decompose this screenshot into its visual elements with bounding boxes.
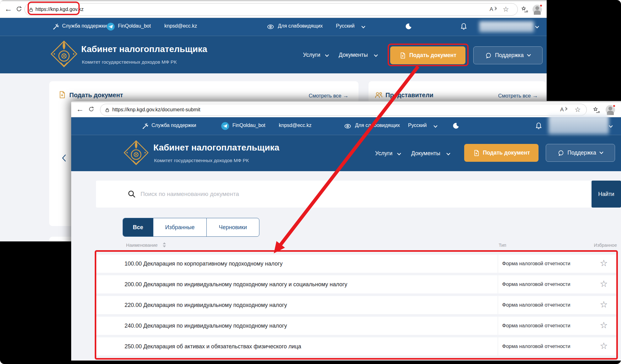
site-utility-bar: Служба поддержки FinQoldau_bot knpsd@ecc…: [0, 18, 547, 36]
lock-icon: [29, 7, 34, 12]
column-divider: [498, 296, 498, 314]
user-name-redacted[interactable]: [479, 21, 534, 32]
support-email[interactable]: knpsd@ecc.kz: [279, 123, 311, 128]
read-aloud-icon[interactable]: A: [560, 107, 564, 113]
site-header: Кабинет налогоплательщика Комитет госуда…: [71, 135, 621, 171]
read-aloud-waves-icon: [494, 6, 498, 11]
address-bar[interactable]: https://knp.kgd.gov.kz/document-submit A…: [100, 104, 587, 116]
table-row[interactable]: 200.00 Декларация по индивидуальному под…: [96, 275, 617, 293]
favorite-star-icon[interactable]: ☆: [597, 255, 611, 272]
submit-document-button[interactable]: Подать документ: [390, 46, 465, 64]
column-header-favorite: Избранное: [573, 243, 617, 248]
tab-favorites[interactable]: Избранные: [153, 218, 206, 236]
nav-services[interactable]: Услуги: [375, 150, 392, 157]
favorite-star-icon[interactable]: ☆: [597, 317, 611, 334]
reload-button[interactable]: [88, 106, 95, 113]
lock-icon: [105, 108, 110, 113]
accessibility-link[interactable]: Для слабовидящих: [355, 123, 400, 128]
submit-document-button[interactable]: Подать документ: [464, 144, 539, 162]
collections-icon[interactable]: [593, 106, 601, 114]
table-row[interactable]: 240.00 Декларация по индивидуальному под…: [96, 317, 617, 335]
see-all-link[interactable]: Смотреть все →: [498, 92, 538, 99]
table-rows: 100.00 Декларация по корпоративному подо…: [96, 255, 617, 358]
document-type: Форма налоговой отчетности: [502, 275, 570, 293]
avatar-body: [534, 10, 541, 15]
search-input[interactable]: [140, 181, 485, 208]
column-divider: [498, 337, 498, 356]
telegram-icon[interactable]: [221, 122, 229, 130]
accessibility-link[interactable]: Для слабовидящих: [278, 23, 323, 29]
kgd-logo[interactable]: [50, 40, 78, 68]
document-type: Форма налоговой отчетности: [502, 317, 570, 335]
browser-toolbar: ← https://knp.kgd.gov.kz/document-submit…: [71, 102, 621, 117]
kgd-logo[interactable]: [123, 140, 149, 166]
table-row[interactable]: 250.00 Декларация об активах и обязатель…: [96, 337, 617, 356]
search-icon: [127, 190, 136, 198]
user-menu-chevron-icon[interactable]: [609, 125, 613, 128]
table-row[interactable]: 100.00 Декларация по корпоративному подо…: [96, 255, 617, 273]
support-email[interactable]: knpsd@ecc.kz: [164, 23, 197, 29]
bell-icon[interactable]: [535, 122, 543, 130]
submit-document-label: Подать документ: [409, 52, 456, 59]
page-content: Найти Все Избранные Черновики Наименован…: [71, 171, 621, 361]
read-aloud-icon[interactable]: A: [490, 6, 493, 13]
dark-mode-icon[interactable]: [405, 23, 412, 30]
column-header-type: Тип: [499, 243, 506, 248]
see-all-label: Смотреть все: [498, 93, 531, 98]
language-selector[interactable]: Русский: [336, 23, 354, 29]
telegram-icon[interactable]: [107, 23, 115, 31]
read-aloud-waves-icon: [565, 106, 569, 111]
user-name-redacted[interactable]: [549, 115, 609, 134]
tab-drafts[interactable]: Черновики: [206, 218, 259, 236]
document-type: Форма налоговой отчетности: [502, 296, 570, 314]
table-row[interactable]: 220.00 Декларация по индивидуальному под…: [96, 296, 617, 314]
column-divider: [498, 317, 498, 335]
sidebar-collapse-icon[interactable]: [61, 154, 66, 162]
user-menu-chevron-icon[interactable]: [535, 26, 539, 29]
favorite-star-icon[interactable]: ☆: [597, 275, 611, 293]
telegram-bot-link[interactable]: FinQoldau_bot: [232, 123, 265, 128]
eye-icon: [267, 23, 274, 30]
address-bar[interactable]: https://knp.kgd.gov.kz A ☆: [24, 3, 518, 16]
bell-icon[interactable]: [460, 23, 468, 30]
see-all-link[interactable]: Смотреть все →: [309, 92, 348, 99]
document-name: 100.00 Декларация по корпоративному подо…: [125, 255, 283, 273]
support-dropdown-button[interactable]: Поддержка: [546, 144, 615, 162]
support-chevron-icon: [599, 151, 603, 154]
support-dropdown-button[interactable]: Поддержка: [473, 46, 543, 64]
favorite-page-icon[interactable]: ☆: [575, 106, 581, 113]
tab-all[interactable]: Все: [123, 218, 153, 236]
browser-profile-avatar[interactable]: [533, 5, 542, 14]
back-button[interactable]: ←: [76, 105, 84, 113]
favorite-star-icon[interactable]: ☆: [597, 337, 611, 355]
reload-button[interactable]: [16, 6, 23, 13]
nav-documents[interactable]: Документы: [339, 52, 368, 58]
column-header-name[interactable]: Наименование: [126, 243, 158, 248]
avatar-body: [607, 111, 614, 115]
chevron-down-icon[interactable]: [361, 26, 365, 29]
document-type: Форма налоговой отчетности: [502, 255, 570, 273]
column-divider: [498, 255, 498, 273]
nav-documents[interactable]: Документы: [411, 150, 440, 157]
document-type: Форма налоговой отчетности: [502, 337, 570, 356]
url-text[interactable]: https://knp.kgd.gov.kz/document-submit: [112, 107, 200, 113]
chevron-down-icon[interactable]: [433, 125, 438, 128]
support-button-label: Поддержка: [567, 150, 596, 156]
doc-plus-icon: [399, 52, 406, 59]
telegram-bot-link[interactable]: FinQoldau_bot: [118, 23, 151, 29]
search-bar: [96, 181, 592, 208]
favorite-page-icon[interactable]: ☆: [503, 6, 509, 13]
nav-services[interactable]: Услуги: [303, 52, 320, 58]
section-title-representatives: Представители: [385, 92, 433, 99]
sort-icon[interactable]: [163, 242, 166, 248]
support-service-label: Служба поддержки: [62, 23, 107, 29]
collections-icon[interactable]: [521, 6, 529, 13]
language-selector[interactable]: Русский: [408, 123, 427, 128]
search-submit-button[interactable]: Найти: [592, 181, 621, 208]
favorite-star-icon[interactable]: ☆: [597, 296, 611, 314]
notification-dot: [613, 104, 616, 108]
back-button[interactable]: ←: [4, 5, 12, 13]
url-text[interactable]: https://knp.kgd.gov.kz: [35, 7, 84, 12]
browser-profile-avatar[interactable]: [606, 105, 615, 114]
dark-mode-icon[interactable]: [453, 122, 459, 129]
